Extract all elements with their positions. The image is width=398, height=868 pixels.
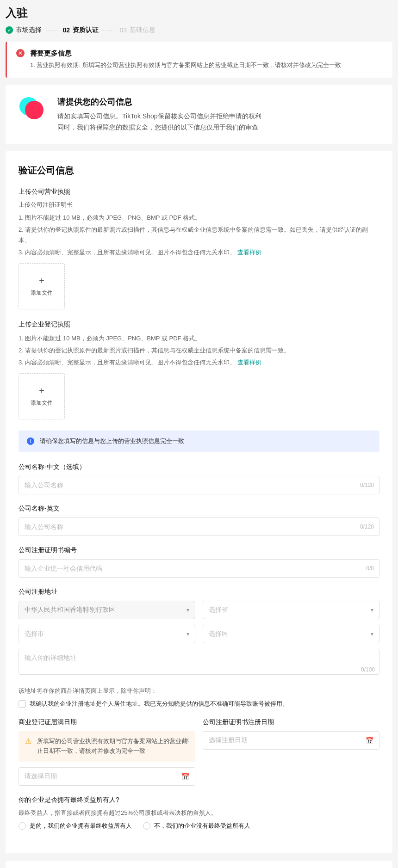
info-banner: i 请确保您填写的信息与您上传的营业执照信息完全一致	[19, 431, 379, 452]
ubo-label: 你的企业是否拥有最终受益所有人?	[19, 796, 379, 804]
chevron-down-icon: ▾	[371, 607, 373, 613]
intro-line1: 请如实填写公司信息。TikTok Shop保留核实公司信息并拒绝申请的权利	[57, 111, 261, 122]
step3-label: 基础信息	[130, 26, 155, 34]
expiry-warning: ⚠ 所填写的公司营业执照有效期与官方备案网站上的营业截止日期不一致，请核对并修改…	[19, 731, 195, 762]
chevron-down-icon: ▾	[187, 607, 189, 613]
hint-text: 2. 请提供你的登记执照原件的最新照片或扫描件，其信息与在权威企业信息系统中备案…	[19, 225, 379, 245]
alert-title: 需要更多信息	[30, 49, 341, 58]
char-counter: 0/100	[361, 666, 375, 673]
hint-text: 3. 内容必须清晰、完整显示，且所有边缘清晰可见。图片不得包含任何无关水印。 查…	[19, 357, 379, 368]
addr-display-hint: 该地址将在你的商品详情页面上显示，除非你声明：	[19, 687, 379, 695]
warning-icon: ⚠	[25, 737, 32, 744]
hint-text: 3. 内容必须清晰、完整显示，且所有边缘清晰可见。图片不得包含任何无关水印。 查…	[19, 247, 379, 258]
hint-text: 2. 请提供你的登记执照原件的最新照片或扫描件，其信息与在权威企业信息系统中备案…	[19, 345, 379, 356]
step2-num: 02	[62, 26, 70, 34]
addr-checkbox-label: 我确认我的企业注册地址是个人居住地址。我已充分知晓提供的信息不准确可能导致账号被…	[30, 700, 288, 708]
addr-confirm-checkbox[interactable]	[19, 700, 26, 708]
banner-text: 请确保您填写的信息与您上传的营业执照信息完全一致	[40, 437, 184, 445]
calendar-icon: 📅	[366, 737, 373, 744]
char-counter: 0/8	[366, 565, 374, 572]
name-en-input[interactable]	[19, 517, 379, 536]
upload2-label: 上传企业登记执照	[19, 320, 379, 329]
close-icon[interactable]: ✕	[184, 737, 190, 744]
hint-text: 1. 图片不能超过 10 MB，必须为 JPEG、PNG、BMP 或 PDF 格…	[19, 213, 379, 223]
reg-date-input[interactable]: 选择注册日期 📅	[203, 731, 379, 750]
reg-no-input[interactable]	[19, 559, 379, 578]
warn-text: 所填写的公司营业执照有效期与官方备案网站上的营业截止日期不一致，请核对并修改为完…	[37, 737, 189, 756]
step1-label: 市场选择	[16, 26, 42, 34]
error-icon: ✕	[16, 49, 25, 57]
district-select[interactable]: 选择区 ▾	[203, 625, 379, 643]
upload-license-box[interactable]: + 添加文件	[19, 263, 65, 309]
step-separator: ·····	[102, 26, 116, 34]
reg-no-label: 公司注册证明书编号	[19, 546, 379, 554]
country-select[interactable]: 中华人民共和国香港特别行政区 ▾	[19, 601, 195, 619]
expiry-label: 商业登记证届满日期	[19, 718, 195, 726]
check-icon: ✓	[6, 26, 13, 34]
name-cn-input[interactable]	[19, 476, 379, 494]
plus-icon: +	[39, 276, 44, 286]
step-qualification: 02 资质认证	[62, 26, 99, 34]
alert-item: 1. 营业执照有效期: 所填写的公司营业执照有效期与官方备案网站上的营业截止日期…	[30, 61, 341, 70]
addr-detail-input[interactable]	[19, 649, 379, 675]
radio-icon	[19, 822, 26, 830]
step-basic-info: 03 基础信息	[119, 26, 155, 34]
upload-registration-box[interactable]: + 添加文件	[19, 373, 65, 419]
plus-icon: +	[39, 386, 44, 396]
error-alert: ✕ 需要更多信息 1. 营业执照有效期: 所填写的公司营业执照有效期与官方备案网…	[6, 42, 392, 78]
verify-company-card: 验证公司信息 上传公司营业执照 上传公司注册证明书 1. 图片不能超过 10 M…	[6, 151, 392, 853]
company-intro-card: 请提供您的公司信息 请如实填写公司信息。TikTok Shop保留核实公司信息并…	[6, 85, 392, 144]
province-select[interactable]: 选择省 ▾	[203, 601, 379, 619]
name-cn-label: 公司名称-中文（选填）	[19, 463, 379, 471]
char-counter: 0/120	[360, 523, 374, 530]
ubo-yes-radio[interactable]: 是的，我们的企业拥有最终收益所有人	[19, 822, 132, 830]
upload1-sub: 上传公司注册证明书	[19, 201, 379, 209]
step3-num: 03	[119, 26, 127, 34]
step-separator: ·····	[45, 26, 59, 34]
add-file-label: 添加文件	[31, 399, 53, 407]
step-market: ✓ 市场选择	[6, 26, 42, 34]
intro-line2: 同时，我们将保障您的数据安全，您提供的以下信息仅用于我们的审查	[57, 122, 261, 133]
personal-intro-card: 请提供您的个人信息及相关信息 我们将保障您的数据安全，您提供的以下信息仅用于我们…	[6, 861, 392, 868]
hint-text: 1. 图片不能超过 10 MB，必须为 JPEG、PNG、BMP 或 PDF 格…	[19, 333, 379, 344]
info-icon: i	[27, 437, 34, 445]
city-select[interactable]: 选择市 ▾	[19, 625, 195, 643]
calendar-icon: 📅	[181, 773, 189, 780]
chevron-down-icon: ▾	[371, 631, 373, 637]
char-counter: 0/120	[360, 482, 374, 488]
step2-label: 资质认证	[73, 26, 99, 34]
intro-title: 请提供您的公司信息	[57, 96, 261, 107]
chevron-down-icon: ▾	[187, 631, 189, 637]
expiry-date-input[interactable]: 请选择日期 📅	[19, 767, 195, 786]
add-file-label: 添加文件	[31, 289, 53, 297]
verify-title: 验证公司信息	[19, 164, 379, 177]
tiktok-logo-icon	[19, 96, 44, 122]
addr-label: 公司注册地址	[19, 588, 379, 596]
view-example-link[interactable]: 查看样例	[237, 359, 261, 366]
page-title: 入驻	[6, 6, 392, 20]
stepper: ✓ 市场选择 ····· 02 资质认证 ····· 03 基础信息	[6, 26, 392, 34]
radio-icon	[143, 822, 150, 830]
reg-date-label: 公司注册证明书注册日期	[203, 718, 379, 726]
ubo-hint: 最终受益人，指直接或者间接拥有超过25%公司股权或者表决权的自然人。	[19, 809, 379, 817]
name-en-label: 公司名称-英文	[19, 505, 379, 513]
view-example-link[interactable]: 查看样例	[237, 249, 261, 256]
ubo-no-radio[interactable]: 不，我们的企业没有最终受益所有人	[143, 822, 250, 830]
upload1-label: 上传公司营业执照	[19, 188, 379, 196]
